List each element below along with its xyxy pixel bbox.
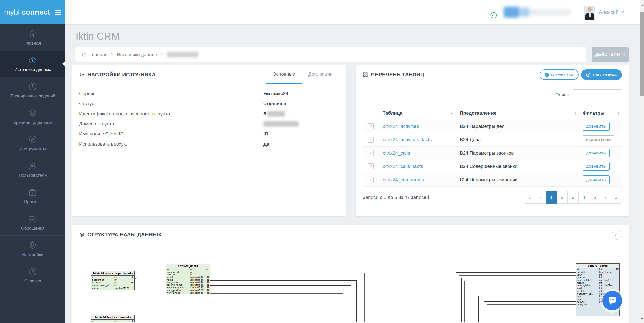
scroll-up-icon[interactable]: ▲ (640, 4, 644, 7)
table-name-link[interactable]: bitrix24_companies (383, 177, 424, 182)
scrollbar-thumb[interactable] (640, 12, 644, 96)
page-prev[interactable]: ‹ (535, 191, 546, 204)
sidebar-item-data-sources[interactable]: Источники данных (0, 50, 65, 77)
page-next[interactable]: › (600, 191, 611, 204)
structure-button[interactable]: i СТРУКТУРА (540, 69, 579, 80)
table-view-label: В24 Совершенные звонки (460, 164, 517, 169)
add-filter-button[interactable]: ДОБАВИТЬ (583, 149, 610, 157)
unavailable-button: НЕДОСТУПНО (583, 135, 614, 144)
scrollbar[interactable]: ▲ ▼ (640, 0, 644, 323)
erd-field-row: work_companyvarchar(256)N (166, 286, 210, 289)
erd-field-row: users_idintFK (91, 281, 134, 284)
tab-extra-options[interactable]: Доп. опции (302, 65, 339, 84)
source-settings-panel: НАСТРОЙКИ ИСТОЧНИКА ОсновныеДоп. опции С… (72, 65, 346, 216)
field-value: ID (263, 131, 268, 137)
field-label: Сервис: (79, 91, 263, 96)
page-2[interactable]: 2 (557, 191, 568, 204)
user-menu[interactable]: Алексей (599, 0, 624, 24)
scroll-down-icon[interactable]: ▼ (640, 317, 644, 320)
sidebar-item-projects[interactable]: Проекты (0, 183, 65, 209)
panel-title: СТРУКТУРА БАЗЫ ДАННЫХ (87, 232, 162, 238)
page-5[interactable]: 5 (589, 191, 600, 204)
erd-field-row: account_idint (166, 271, 210, 273)
table-row: ✓bitrix24_calls_factsВ24 Совершенные зво… (363, 160, 622, 173)
hamburger-menu-icon[interactable] (55, 10, 61, 15)
erd-table-bitrix24_leads_comments: bitrix24_leads_commentsidintPKaccount_id… (91, 315, 135, 322)
column-view[interactable]: Представление▲▼ (456, 106, 579, 120)
page-first[interactable]: « (524, 191, 535, 204)
records-info: Записи с 1 до 5 из 47 записей (363, 195, 429, 200)
field-value: отключен (263, 101, 286, 106)
breadcrumb-separator: > (111, 52, 113, 57)
row-checkbox[interactable]: ✓ (368, 137, 374, 143)
erd-field-row: idintPK (91, 320, 134, 322)
sidebar-item-scheduler[interactable]: Планировщик заданий (0, 77, 65, 103)
row-checkbox[interactable]: ✓ (368, 163, 374, 169)
sidebar-item-label: Хранилище данных (13, 120, 52, 125)
chats-icon (28, 214, 38, 224)
table-name-link[interactable]: bitrix24_calls_facts (383, 164, 423, 169)
logo-text: mybi connect (4, 8, 50, 16)
tables-table: Таблица▲ Представление▲▼ Фильтры▲▼ ✓bitr… (363, 106, 622, 187)
relation-bracket-line (496, 313, 576, 322)
table-name-link[interactable]: bitrix24_calls (383, 150, 410, 156)
row-checkbox[interactable]: ✓ (368, 123, 374, 129)
erd-field-row: quarterint (576, 276, 619, 279)
erd-field-row: idintPK (166, 268, 210, 271)
chat-widget-button[interactable] (602, 291, 622, 310)
erd-field-row: idintPK (91, 276, 134, 278)
column-filters[interactable]: Фильтры▲▼ (579, 106, 622, 120)
row-checkbox[interactable]: ✓ (368, 150, 374, 156)
erd-table-name: bitrix24_users (166, 264, 210, 268)
breadcrumb-link-home[interactable]: Главная (89, 52, 107, 57)
app-root: { "app": { "logo_prefix": "mybi", "logo_… (0, 0, 644, 323)
sidebar-item-label: Пользователи (19, 173, 47, 178)
sidebar-item-storage[interactable]: Хранилище данных (0, 103, 65, 130)
sidebar-item-tools[interactable]: Инструменты (0, 130, 65, 156)
table-header-row: Таблица▲ Представление▲▼ Фильтры▲▼ (363, 106, 622, 120)
page-last[interactable]: » (611, 191, 622, 204)
table-name-link[interactable]: bitrix24_activities (383, 124, 419, 129)
relation-line (137, 278, 166, 278)
column-select (363, 106, 379, 120)
add-filter-button[interactable]: ДОБАВИТЬ (583, 175, 610, 184)
field-label: Домен аккаунта: (79, 121, 263, 127)
search-label: Поиск: (555, 92, 570, 98)
avatar[interactable] (584, 6, 595, 20)
gear-icon (79, 72, 85, 77)
erd-field-row: quarter_labelvarchar(3) (576, 279, 619, 282)
add-filter-button[interactable]: ДОБАВИТЬ (583, 162, 610, 171)
tables-list-body: Поиск: Таблица▲ Представление▲▼ Фильтры▲… (356, 89, 629, 204)
tab-main[interactable]: Основные (266, 65, 301, 84)
actions-button[interactable]: ДЕЙСТВИЯ (592, 47, 629, 62)
erd-field-row: month_labelvarchar(10) (576, 284, 619, 287)
table-name-link[interactable]: bitrix24_activities_facts (383, 137, 432, 142)
settings-tabs: ОсновныеДоп. опции (266, 65, 339, 84)
breadcrumb-current-blurred (167, 52, 198, 57)
sidebar-item-settings[interactable]: Настройки (0, 235, 65, 262)
cloud-download-icon (28, 55, 38, 65)
sidebar-item-label: Справка (24, 279, 41, 284)
sidebar-item-help[interactable]: ?Справка (0, 262, 65, 288)
sidebar-item-users[interactable]: Пользователи (0, 156, 65, 183)
setup-button[interactable]: ? НАСТРОЙКА (581, 69, 622, 80)
status-check-icon (490, 12, 497, 20)
column-table[interactable]: Таблица▲ (379, 106, 456, 120)
field-value: да (263, 141, 269, 147)
page-3[interactable]: 3 (567, 191, 579, 204)
expand-button[interactable] (612, 230, 622, 240)
briefcase-icon (28, 188, 37, 197)
add-filter-button[interactable]: ДОБАВИТЬ (583, 122, 610, 131)
chevron-down-icon (621, 11, 624, 13)
page-title: Iktin CRM (75, 29, 629, 43)
sort-icon: ▲▼ (617, 111, 620, 115)
tables-list-panel: ПЕРЕЧЕНЬ ТАБЛИЦ i СТРУКТУРА ? НАСТРОЙКА … (356, 65, 629, 216)
sidebar-item-tickets[interactable]: Обращения (0, 209, 65, 235)
row-checkbox[interactable]: ✓ (368, 177, 374, 183)
search-input[interactable] (573, 89, 622, 100)
erd-field-row: work_phonevarchar(64)N (166, 292, 210, 294)
sidebar-item-home[interactable]: Главная (0, 24, 65, 50)
page-1[interactable]: 1 (546, 191, 557, 204)
breadcrumb-link-sources[interactable]: Источники данных (117, 52, 158, 57)
page-4[interactable]: 4 (578, 191, 589, 204)
